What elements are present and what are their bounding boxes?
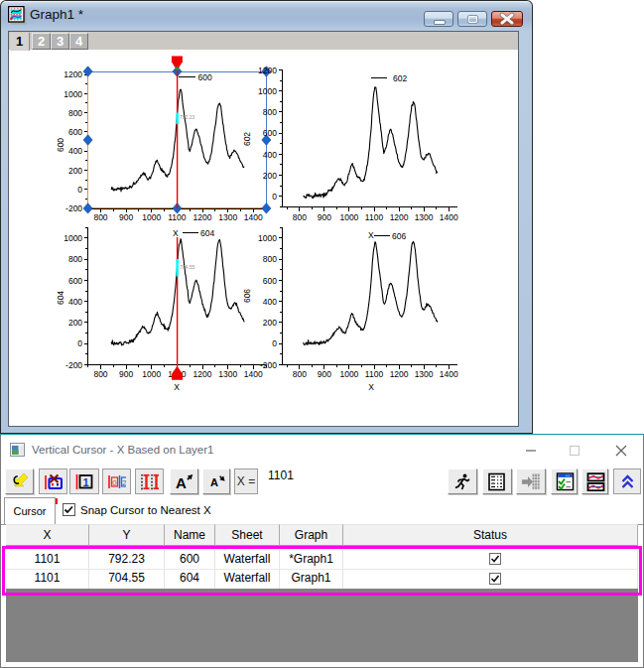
svg-text:X: X [368, 382, 374, 392]
svg-text:1000: 1000 [142, 369, 161, 379]
svg-text:800: 800 [293, 369, 307, 379]
svg-text:1: 1 [82, 476, 88, 488]
svg-text:200: 200 [68, 318, 82, 328]
svg-text:-200: -200 [65, 203, 82, 213]
svg-text:1200: 1200 [193, 369, 212, 379]
svg-text:1000: 1000 [64, 89, 82, 99]
svg-text:606: 606 [392, 231, 406, 241]
svg-text:1000: 1000 [339, 369, 358, 379]
svg-text:600: 600 [56, 138, 65, 152]
svg-text:1000: 1000 [339, 212, 358, 222]
svg-text:0: 0 [77, 338, 82, 348]
svg-text:200: 200 [68, 166, 82, 176]
svg-text:-200: -200 [260, 360, 277, 370]
svg-text:602: 602 [393, 73, 407, 83]
svg-text:900: 900 [318, 369, 331, 379]
svg-text:200: 200 [263, 318, 277, 328]
svg-text:602: 602 [242, 132, 252, 146]
svg-text:604: 604 [56, 291, 65, 305]
svg-text:0: 0 [77, 185, 82, 195]
svg-text:800: 800 [68, 254, 82, 264]
svg-text:0: 0 [112, 478, 117, 487]
svg-text:1300: 1300 [218, 369, 237, 379]
svg-text:1000: 1000 [64, 233, 82, 243]
svg-text:200: 200 [263, 171, 277, 181]
svg-text:2: 2 [122, 478, 126, 487]
svg-text:704.55: 704.55 [180, 264, 195, 270]
svg-text:1000: 1000 [142, 212, 161, 222]
svg-text:900: 900 [119, 369, 133, 379]
svg-text:1200: 1200 [193, 212, 212, 222]
svg-text:606: 606 [242, 289, 252, 303]
svg-text:800: 800 [93, 369, 107, 379]
svg-text:X: X [174, 382, 180, 392]
svg-text:800: 800 [93, 212, 107, 222]
svg-text:600: 600 [263, 128, 277, 138]
svg-text:1200: 1200 [390, 369, 409, 379]
svg-text:A: A [176, 474, 187, 491]
svg-text:604: 604 [200, 228, 214, 238]
svg-text:1000: 1000 [258, 86, 277, 96]
svg-text:400: 400 [68, 146, 82, 156]
svg-text:800: 800 [293, 212, 307, 222]
svg-text:800: 800 [263, 107, 277, 117]
svg-text:A: A [210, 476, 218, 488]
svg-text:400: 400 [263, 150, 277, 160]
svg-text:1300: 1300 [415, 369, 434, 379]
svg-text:800: 800 [68, 108, 82, 118]
svg-text:900: 900 [318, 212, 331, 222]
svg-text:1300: 1300 [218, 212, 237, 222]
svg-text:0: 0 [272, 338, 277, 348]
svg-text:1000: 1000 [258, 233, 277, 243]
svg-text:1200: 1200 [64, 69, 82, 79]
svg-text:600: 600 [198, 72, 212, 82]
svg-text:600: 600 [263, 276, 277, 286]
svg-text:1400: 1400 [440, 369, 458, 379]
svg-text:800: 800 [263, 254, 277, 264]
svg-text:600: 600 [68, 127, 82, 137]
svg-text:400: 400 [263, 297, 277, 307]
svg-text:900: 900 [119, 212, 133, 222]
svg-text:0: 0 [272, 192, 277, 201]
svg-text:1200: 1200 [258, 66, 277, 75]
svg-text:1100: 1100 [365, 369, 384, 379]
svg-text:1200: 1200 [390, 212, 409, 222]
svg-text:X: X [368, 230, 374, 240]
svg-text:-200: -200 [65, 360, 82, 370]
svg-text:400: 400 [68, 297, 82, 307]
svg-text:1100: 1100 [365, 212, 384, 222]
svg-text:1400: 1400 [244, 212, 263, 222]
svg-text:1400: 1400 [244, 369, 263, 379]
svg-text:792.23: 792.23 [180, 114, 195, 120]
svg-text:X: X [173, 228, 179, 238]
svg-text:1400: 1400 [440, 212, 458, 222]
svg-text:1300: 1300 [415, 212, 434, 222]
svg-text:600: 600 [68, 276, 82, 286]
